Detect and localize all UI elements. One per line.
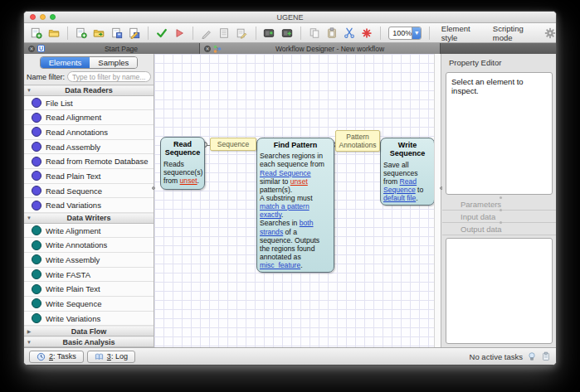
open-document-button[interactable] <box>48 26 60 41</box>
toolbar-separator <box>256 27 256 40</box>
collapse-arrow-icon: ▶ <box>24 328 34 334</box>
cut-button[interactable] <box>344 26 355 41</box>
canvas-vertical-scrollbar[interactable] <box>434 54 441 347</box>
status-bar: 2: Tasks 3: Log No active tasks <box>24 347 556 365</box>
open-workflow-button[interactable] <box>93 26 105 41</box>
element-item-write-annotations[interactable]: Write Annotations <box>24 238 154 253</box>
tab-start-page[interactable]: ✕ U Start Page <box>24 43 200 54</box>
clipboard-icon[interactable] <box>541 351 551 361</box>
node-description: Reads sequence(s) from unset. <box>161 158 204 187</box>
element-item-read-from-remote-database[interactable]: Read from Remote Database <box>24 154 154 169</box>
tab-label: Workflow Designer - New workflow <box>224 45 436 53</box>
writer-dot-icon <box>32 225 41 235</box>
node-description: Save all sequences from Read Sequence to… <box>381 159 434 206</box>
tasks-button[interactable]: 2: Tasks <box>29 351 84 363</box>
save-icon <box>111 27 123 39</box>
element-item-read-assembly[interactable]: Read Assembly <box>24 140 154 155</box>
save-workflow-button[interactable] <box>111 26 123 41</box>
toolbar-separator <box>67 27 68 40</box>
run-workflow-button[interactable] <box>173 26 185 41</box>
element-item-write-variations[interactable]: Write Variations <box>24 312 154 327</box>
element-item-read-annotations[interactable]: Read Annotations <box>24 125 154 140</box>
settings-button[interactable] <box>544 26 556 41</box>
element-item-write-plain-text[interactable]: Write Plain Text <box>24 282 154 297</box>
toolbar-separator <box>429 27 430 40</box>
toolbar-separator <box>148 27 149 40</box>
splitter-handle[interactable] <box>152 186 155 190</box>
group-header-data-writers[interactable]: ▼Data Writers <box>24 213 154 224</box>
open-folder-icon <box>48 27 60 39</box>
flow-label-pattern-annotations[interactable]: Pattern Annotations <box>335 130 380 152</box>
reader-dot-icon <box>32 113 41 123</box>
element-item-file-list[interactable]: File List <box>24 96 154 111</box>
close-tab-icon[interactable]: ✕ <box>28 46 35 52</box>
group-header-data-flow[interactable]: ▶Data Flow <box>24 326 154 336</box>
edit-pencil-button[interactable] <box>201 26 212 41</box>
edit-script-button[interactable] <box>236 26 247 41</box>
element-item-write-alignment[interactable]: Write Alignment <box>24 224 154 239</box>
reader-dot-icon <box>32 127 41 137</box>
node-write-sequence[interactable]: Write Sequence Save all sequences from R… <box>380 138 435 206</box>
splitter-dot-icon <box>500 221 502 224</box>
copy-button[interactable] <box>309 26 320 41</box>
workflow-icon <box>213 45 222 53</box>
reader-dot-icon <box>32 142 41 152</box>
element-item-write-sequence[interactable]: Write Sequence <box>24 297 154 312</box>
node-find-pattern[interactable]: Find Pattern Searches regions in each se… <box>256 138 334 273</box>
ugene-window: UGENE <box>23 11 557 365</box>
cut-scissors-icon <box>344 27 355 39</box>
element-item-read-alignment[interactable]: Read Alignment <box>24 110 154 125</box>
scripting-mode-button[interactable]: Scripting mode <box>489 22 539 44</box>
tab-workflow-designer[interactable]: ✕ Workflow Designer - New workflow <box>200 43 441 54</box>
writer-dot-icon <box>32 298 41 308</box>
run-play-icon <box>173 27 185 39</box>
group-header-basic-analysis[interactable]: ▼Basic Analysis <box>24 336 154 347</box>
node-title: Write Sequence <box>381 138 434 159</box>
tasks-button-label: 2: Tasks <box>49 352 76 361</box>
element-dashboard-button[interactable] <box>281 26 293 41</box>
paste-icon <box>326 27 338 39</box>
reader-dot-icon <box>32 186 41 196</box>
gear-icon <box>544 27 556 39</box>
name-filter-input[interactable] <box>67 71 151 82</box>
element-item-write-fasta[interactable]: Write FASTA <box>24 268 154 283</box>
element-item-write-assembly[interactable]: Write Assembly <box>24 253 154 268</box>
document-tab-strip: ✕ U Start Page ✕ Workflow Designer - New… <box>24 43 556 54</box>
tab-samples[interactable]: Samples <box>90 57 137 68</box>
new-workflow-button[interactable] <box>76 26 87 41</box>
node-description: Searches regions in each sequence from R… <box>257 150 334 272</box>
toolbar-separator <box>300 27 301 40</box>
element-item-read-plain-text[interactable]: Read Plain Text <box>24 169 154 184</box>
element-dashboard-icon <box>281 27 293 39</box>
element-item-read-variations[interactable]: Read Variations <box>24 198 154 213</box>
delete-button[interactable] <box>361 26 373 41</box>
zoom-value: 100% <box>389 29 412 37</box>
paste-button[interactable] <box>326 26 338 41</box>
validate-workflow-button[interactable] <box>156 26 168 41</box>
log-button[interactable]: 3: Log <box>87 351 135 363</box>
property-editor-panel: Property Editor Select an element to ins… <box>442 54 556 347</box>
zoom-combobox[interactable]: 100% ▼ <box>388 27 422 40</box>
element-appearance-button[interactable] <box>263 26 275 41</box>
tab-elements[interactable]: Elements <box>41 57 90 68</box>
splitter-dot-icon <box>500 209 502 211</box>
zoom-dropdown-button[interactable]: ▼ <box>412 27 421 40</box>
node-read-sequence[interactable]: Read Sequence Reads sequence(s) from uns… <box>160 137 205 190</box>
splitter-dot-icon <box>500 196 502 199</box>
section-output-data[interactable]: Output data <box>442 223 556 235</box>
show-document-button[interactable] <box>218 26 230 41</box>
lamp-icon[interactable] <box>527 351 537 361</box>
flow-label-sequence[interactable]: Sequence <box>210 138 256 151</box>
close-tab-icon[interactable]: ✕ <box>204 46 211 52</box>
new-document-button[interactable] <box>31 26 42 41</box>
pencil-icon <box>201 27 212 39</box>
collapse-arrow-icon: ▼ <box>24 340 34 345</box>
element-style-button[interactable]: Element style <box>437 22 483 44</box>
workflow-canvas[interactable]: Read Sequence Reads sequence(s) from uns… <box>154 54 441 347</box>
clock-icon <box>37 352 46 361</box>
new-workflow-icon <box>76 27 87 39</box>
save-workflow-as-button[interactable] <box>129 26 140 41</box>
collapse-arrow-icon: ▼ <box>24 88 34 93</box>
element-item-read-sequence[interactable]: Read Sequence <box>24 184 154 199</box>
group-header-data-readers[interactable]: ▼Data Readers <box>24 85 154 96</box>
